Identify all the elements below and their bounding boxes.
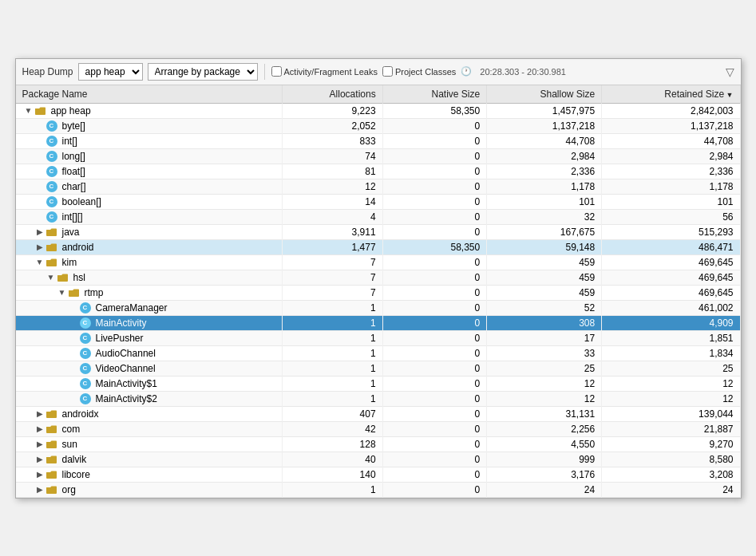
- cell-allocations: 1: [282, 391, 382, 406]
- table-row[interactable]: Cint[]833044,70844,708: [16, 133, 741, 148]
- table-row[interactable]: Cboolean[]140101101: [16, 194, 741, 209]
- package-cell: android: [16, 239, 283, 254]
- folder-icon: [46, 424, 57, 434]
- table-row[interactable]: org102424: [16, 482, 741, 497]
- table-row[interactable]: Cfloat[]8102,3362,336: [16, 164, 741, 179]
- cell-native-size: 0: [382, 406, 487, 421]
- table-row[interactable]: Cint[][]403256: [16, 209, 741, 224]
- class-icon: C: [80, 348, 91, 359]
- cell-retained-size: 21,887: [602, 421, 740, 436]
- cell-allocations: 2,052: [282, 118, 382, 133]
- row-name: boolean[]: [62, 196, 101, 207]
- package-cell: CMainActivity$1: [16, 376, 283, 391]
- table-row[interactable]: CMainActivity103084,909: [16, 315, 741, 330]
- cell-retained-size: 1,834: [602, 345, 740, 361]
- table-row[interactable]: Clong[]7402,9842,984: [16, 148, 741, 164]
- table-row[interactable]: rtmp70459469,645: [16, 285, 741, 300]
- arrange-select[interactable]: Arrange by package: [148, 63, 258, 81]
- collapse-icon[interactable]: [47, 274, 55, 282]
- cell-shallow-size: 17: [487, 330, 602, 345]
- cell-retained-size: 24: [602, 482, 740, 497]
- package-cell: rtmp: [16, 285, 283, 300]
- collapse-icon[interactable]: [25, 107, 33, 115]
- table-row[interactable]: java3,9110167,675515,293: [16, 224, 741, 239]
- activity-leaks-checkbox[interactable]: Activity/Fragment Leaks: [271, 66, 378, 77]
- table-row[interactable]: CVideoChannel102525: [16, 361, 741, 376]
- expand-icon[interactable]: [36, 243, 44, 251]
- cell-allocations: 1: [282, 482, 382, 497]
- cell-native-size: 58,350: [382, 239, 487, 254]
- table-row[interactable]: CLivePusher10171,851: [16, 330, 741, 345]
- cell-shallow-size: 2,256: [487, 421, 602, 436]
- package-cell: libcore: [16, 467, 283, 482]
- table-row[interactable]: CMainActivity$2101212: [16, 391, 741, 406]
- table-row[interactable]: dalvik4009998,580: [16, 452, 741, 467]
- cell-native-size: 0: [382, 209, 487, 224]
- table-row[interactable]: CMainActivity$1101212: [16, 376, 741, 391]
- svg-rect-5: [69, 290, 79, 297]
- cell-allocations: 128: [282, 436, 382, 452]
- table-row[interactable]: app heap9,22358,3501,457,9752,842,003: [16, 103, 741, 118]
- expand-icon[interactable]: [36, 440, 44, 448]
- cell-allocations: 12: [282, 179, 382, 194]
- col-native-size[interactable]: Native Size: [382, 85, 487, 104]
- cell-retained-size: 12: [602, 391, 740, 406]
- row-name: int[][]: [62, 211, 83, 223]
- row-name: androidx: [62, 408, 99, 420]
- row-name: AudioChannel: [96, 348, 156, 359]
- cell-allocations: 1: [282, 300, 382, 315]
- cell-shallow-size: 31,131: [487, 406, 602, 421]
- collapse-icon[interactable]: [36, 258, 44, 266]
- col-retained-size[interactable]: Retained Size: [602, 85, 740, 104]
- class-icon: C: [80, 333, 91, 344]
- heap-select[interactable]: app heap: [78, 63, 143, 81]
- cell-native-size: 0: [382, 330, 487, 345]
- cell-shallow-size: 459: [487, 285, 602, 300]
- table-row[interactable]: com4202,25621,887: [16, 421, 741, 436]
- cell-native-size: 0: [382, 285, 487, 300]
- row-name: sun: [62, 439, 77, 450]
- row-name: rtmp: [85, 287, 104, 298]
- table-row[interactable]: Cchar[]1201,1781,178: [16, 179, 741, 194]
- expand-icon[interactable]: [36, 410, 44, 418]
- cell-shallow-size: 2,984: [487, 148, 602, 164]
- package-cell: kim: [16, 254, 283, 270]
- class-icon: C: [46, 151, 57, 162]
- cell-shallow-size: 25: [487, 361, 602, 376]
- col-shallow-size[interactable]: Shallow Size: [487, 85, 602, 104]
- expand-icon[interactable]: [36, 486, 44, 494]
- cell-native-size: 0: [382, 467, 487, 482]
- row-name: float[]: [62, 166, 85, 177]
- col-package-name[interactable]: Package Name: [16, 85, 283, 104]
- expand-icon[interactable]: [36, 471, 44, 479]
- cell-shallow-size: 167,675: [487, 224, 602, 239]
- row-name: com: [62, 424, 81, 435]
- folder-icon: [46, 409, 57, 419]
- col-allocations[interactable]: Allocations: [282, 85, 382, 104]
- cell-retained-size: 1,851: [602, 330, 740, 345]
- table-row[interactable]: CAudioChannel10331,834: [16, 345, 741, 361]
- table-row[interactable]: androidx407031,131139,044: [16, 406, 741, 421]
- package-cell: CLivePusher: [16, 330, 283, 345]
- table-row[interactable]: sun12804,5509,270: [16, 436, 741, 452]
- table-row[interactable]: CCameraManager1052461,002: [16, 300, 741, 315]
- project-classes-checkbox[interactable]: Project Classes: [382, 66, 456, 77]
- expand-icon[interactable]: [36, 455, 44, 463]
- expand-icon[interactable]: [36, 425, 44, 433]
- filter-icon[interactable]: ▽: [726, 65, 734, 78]
- table-row[interactable]: kim70459469,645: [16, 254, 741, 270]
- table-row[interactable]: libcore14003,1763,208: [16, 467, 741, 482]
- expand-icon[interactable]: [36, 228, 44, 236]
- table-row[interactable]: hsl70459469,645: [16, 270, 741, 285]
- cell-allocations: 42: [282, 421, 382, 436]
- class-icon: C: [46, 166, 57, 177]
- class-icon: C: [46, 136, 57, 147]
- table-row[interactable]: android1,47758,35059,148486,471: [16, 239, 741, 254]
- collapse-icon[interactable]: [58, 289, 66, 297]
- cell-allocations: 14: [282, 194, 382, 209]
- cell-native-size: 0: [382, 436, 487, 452]
- class-icon: C: [80, 393, 91, 404]
- cell-retained-size: 2,842,003: [602, 103, 740, 118]
- table-row[interactable]: Cbyte[]2,05201,137,2181,137,218: [16, 118, 741, 133]
- class-icon: C: [80, 378, 91, 389]
